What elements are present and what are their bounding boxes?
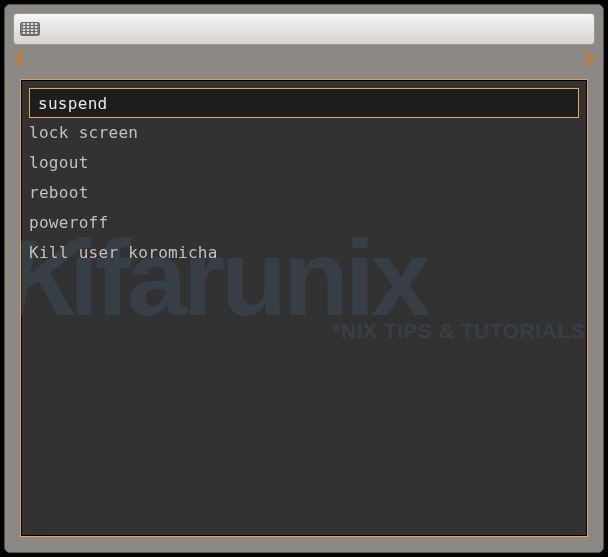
search-bar[interactable] [13,13,595,45]
menu-item-label: Kill user koromicha [29,243,218,262]
prev-arrow-icon[interactable] [13,49,25,67]
watermark-tagline: *NIX TIPS & TUTORIALS [21,319,587,343]
next-arrow-icon[interactable] [583,49,595,67]
menu-item-logout[interactable]: logout [21,148,587,178]
menu-item-poweroff[interactable]: poweroff [21,208,587,238]
keyboard-icon [20,22,40,36]
menu-item-label: lock screen [29,123,138,142]
window-inner: Kifarunix *NIX TIPS & TUTORIALS suspend … [4,4,604,553]
menu-item-lock-screen[interactable]: lock screen [21,118,587,148]
nav-row [13,45,595,67]
menu-item-label: suspend [38,94,108,113]
menu-item-label: reboot [29,183,89,202]
menu-item-suspend[interactable]: suspend [29,88,579,118]
menu-item-label: logout [29,153,89,172]
menu-item-label: poweroff [29,213,108,232]
window-outer: Kifarunix *NIX TIPS & TUTORIALS suspend … [0,0,608,557]
menu-item-kill-user[interactable]: Kill user koromicha [21,238,587,268]
search-input[interactable] [46,14,588,44]
menu-item-reboot[interactable]: reboot [21,178,587,208]
results-panel: Kifarunix *NIX TIPS & TUTORIALS suspend … [20,79,588,537]
